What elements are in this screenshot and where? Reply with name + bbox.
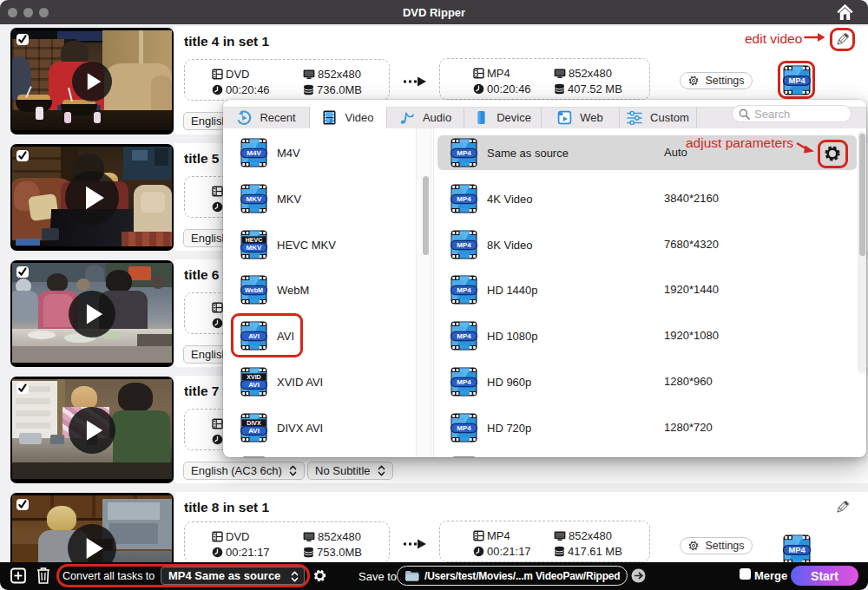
- svg-text:MP4: MP4: [457, 241, 471, 249]
- svg-text:MP4: MP4: [457, 286, 471, 294]
- svg-text:HEVC: HEVC: [246, 237, 262, 243]
- svg-text:MP4: MP4: [457, 149, 471, 157]
- svg-text:MKV: MKV: [247, 244, 262, 252]
- svg-text:WebM: WebM: [245, 286, 263, 294]
- svg-text:AVI: AVI: [248, 381, 260, 389]
- svg-text:M4V: M4V: [247, 149, 261, 157]
- svg-text:MKV: MKV: [247, 195, 262, 203]
- svg-text:MP4: MP4: [457, 332, 471, 340]
- svg-text:XVID: XVID: [247, 374, 260, 380]
- svg-text:MP4: MP4: [788, 546, 806, 554]
- svg-text:MP4: MP4: [457, 378, 471, 386]
- svg-text:MP4: MP4: [457, 195, 471, 203]
- svg-text:MP4: MP4: [457, 424, 471, 432]
- svg-text:DIVX: DIVX: [247, 420, 261, 426]
- svg-text:AVI: AVI: [248, 427, 260, 435]
